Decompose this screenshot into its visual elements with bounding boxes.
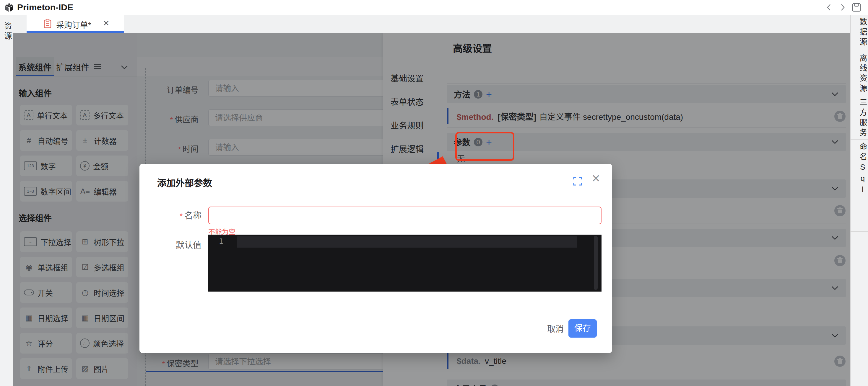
dialog-title: 添加外部参数 bbox=[157, 176, 212, 189]
cancel-button[interactable]: 取消 bbox=[544, 320, 567, 339]
resources-rail-label: 资源 bbox=[0, 22, 13, 42]
required-asterisk: * bbox=[180, 212, 183, 220]
save-icon[interactable] bbox=[852, 3, 861, 12]
ide-window: Primeton-IDE 资源 采购订单* ✕ bbox=[0, 0, 868, 386]
editor-line-number: 1 bbox=[208, 237, 234, 246]
fullscreen-icon[interactable] bbox=[573, 177, 582, 186]
right-rail-item-1[interactable]: 离线资源 bbox=[850, 51, 868, 95]
tab-purchase-order[interactable]: 采购订单* ✕ bbox=[27, 15, 124, 33]
right-rail-item-0[interactable]: 数据源 bbox=[850, 15, 868, 51]
close-icon[interactable]: ✕ bbox=[591, 173, 600, 184]
default-value-label: 默认值 bbox=[165, 238, 202, 250]
app-title: Primeton-IDE bbox=[17, 0, 73, 15]
right-rail-item-label: 离线资源 bbox=[850, 54, 868, 94]
name-field-label: *名称 bbox=[165, 209, 202, 221]
form-file-icon bbox=[44, 19, 52, 28]
annotation-highlight-box bbox=[455, 132, 514, 161]
tab-bar: 采购订单* ✕ bbox=[13, 15, 850, 33]
save-button[interactable]: 保存 bbox=[568, 319, 597, 338]
default-value-code-editor[interactable]: 1 bbox=[208, 235, 601, 291]
right-resource-rail: 数据源离线资源三方服务命名Sql bbox=[850, 15, 868, 386]
resources-rail[interactable]: 资源 bbox=[0, 15, 13, 386]
right-rail-item-label: 三方服务 bbox=[850, 98, 868, 138]
nav-forward-icon[interactable] bbox=[839, 4, 846, 11]
editor-current-line bbox=[237, 236, 577, 248]
right-rail-item-3[interactable]: 命名Sql bbox=[850, 140, 868, 232]
right-rail-item-label: 命名Sql bbox=[850, 143, 868, 196]
tab-close-icon[interactable]: ✕ bbox=[103, 19, 110, 28]
app-logo-icon bbox=[4, 3, 14, 13]
name-input[interactable] bbox=[208, 207, 601, 224]
tab-active-underline bbox=[27, 31, 124, 33]
right-rail-item-label: 数据源 bbox=[850, 18, 868, 48]
nav-back-icon[interactable] bbox=[825, 4, 833, 11]
top-bar: Primeton-IDE bbox=[0, 0, 868, 15]
tab-label: 采购订单* bbox=[56, 19, 91, 30]
right-rail-item-2[interactable]: 三方服务 bbox=[850, 95, 868, 140]
editor-scrollbar[interactable] bbox=[594, 236, 598, 290]
add-external-parameter-dialog: 添加外部参数 ✕ *名称 不能为空 默认值 1 取消 保存 bbox=[140, 164, 612, 353]
